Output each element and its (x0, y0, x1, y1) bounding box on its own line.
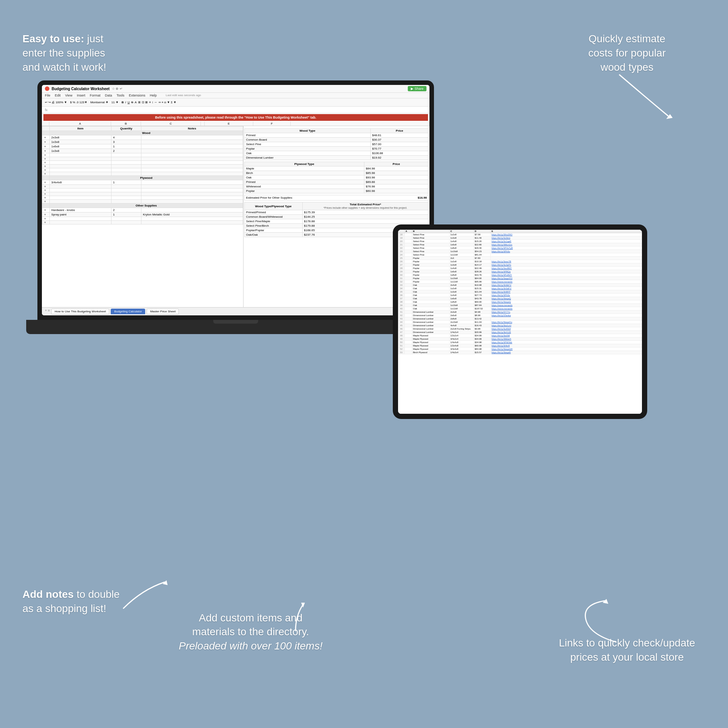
tablet-row: 32 Poplar 1x12x8 $95.99 https://www.mena… (398, 280, 642, 284)
wt-row-5: Oak$106.88 (244, 151, 428, 156)
plywood-row-4: ▼ (42, 192, 243, 196)
wood-row-6: ▼ (42, 157, 243, 161)
tablet-row: 29 Poplar 1x6x8 $28.26 https://bit.ly/3P… (398, 270, 642, 274)
red-banner: Before using this spreadsheet, please re… (43, 114, 428, 121)
tablet-row: 28 Poplar 1x4x8 $22.49 https://bit.ly/3s… (398, 267, 642, 270)
tablet-row: 48 Maple Plywood 1/2x2x4 $34.99 https://… (398, 334, 642, 338)
tablet-row: 43 Dimensional Lumber 2x8x8 $13.42 (398, 317, 642, 321)
col-headers: A B C E F (42, 122, 430, 126)
tablet-row: 27 Poplar 1x3x8 $14.17 https://bit.ly/3o… (398, 263, 642, 267)
plywood-row-5: ▼ (42, 196, 243, 200)
tablet-row: 39 Oak 1x10x8 $87.84 https://www.menards (398, 304, 642, 307)
tablet-row: 23 Select Pine 1x10x8 $54.23 https://bit… (398, 250, 642, 253)
tablet-row: 33 Oak 2x4x8 $10.98 https://bit.ly/3h6kF… (398, 284, 642, 287)
tablet-row: 18 Select Pine 1x2x8 $7.58 https://bit.l… (398, 233, 642, 236)
wood-row-1: ▼ 2x3x8 4 (42, 135, 243, 140)
tablet-row: 22 Select Pine 1x8x8 $29.40 https://bit.… (398, 246, 642, 250)
tablet-row: 31 Poplar 1x10x8 $64.00 https://bit.ly/3… (398, 277, 642, 280)
tablet-row: 45 Dimensional Lumber 4x4x8 $16.43 https… (398, 324, 642, 327)
tablet-row: 42 Dimensional Lumber 2x6x8 $8.98 https:… (398, 314, 642, 317)
other-row-2: ▼ Spray paint 1 Krylon Metallic Gold (42, 213, 243, 217)
tab-master-price-sheet[interactable]: Master Price Sheet (147, 309, 179, 314)
wood-type-table: Wood Type Price Primed$48.61 Common Boar… (244, 128, 429, 160)
tablet-frame: A B C D E 18 Select Pine 1x2x8 $7.58 htt… (393, 225, 647, 419)
arrow-bottom-center (262, 597, 329, 635)
ss-main-content: Item Quantity Notes Wood (42, 126, 430, 307)
wt-row-2: Common Board$30.37 (244, 138, 428, 142)
laptop-screen: Budgeting Calculator Worksheet ☆ ⊕ ↵ ▶ S… (37, 80, 434, 320)
wt-row-4: Poplar$70.77 (244, 147, 428, 151)
wt-row-3: Select Pine$57.00 (244, 142, 428, 147)
tablet-col-headers: A B C D E (398, 230, 642, 233)
other-row-1: ▼ Hardware - knobs 2 (42, 208, 243, 213)
annotation-top-left: Easy to use: just enter the supplies and… (23, 32, 150, 74)
wood-row-2: ▼ 1x3x8 3 (42, 140, 243, 144)
arrow-bottom-left (112, 575, 172, 612)
plywood-row-2: ▼ (42, 185, 243, 188)
tablet-row: 21 Select Pine 1x6x8 $22.80 https://bit.… (398, 243, 642, 246)
arrow-top-right (601, 67, 683, 124)
pt-row-5: Whitewood$76.98 (244, 184, 428, 189)
plywood-row-6: ▼ (42, 200, 243, 203)
tablet-row: 30 Poplar 1x8x8 $33.76 https://bit.ly/3P… (398, 274, 642, 277)
tp-row-3: Select Pine/Maple$178.88 (244, 219, 428, 224)
wood-row-10: ▼ (42, 172, 243, 176)
wood-row-5: ▼ (42, 153, 243, 157)
pt-row-6: Poplar$60.98 (244, 189, 428, 193)
tp-row-2: Common Board/Whitewood$144.25 (244, 215, 428, 219)
pt-row-2: Birch$85.98 (244, 171, 428, 176)
tab-how-to-use[interactable]: How to Use This Budgeting Worksheet (51, 309, 109, 314)
other-row-3: ▼ (42, 217, 243, 221)
tablet-row: 40 Oak 1x12x8 $107.52 https://www.menard… (398, 307, 642, 310)
pt-row-4: Primed$89.88 (244, 180, 428, 184)
wt-row-6: Dimensional Lumber$19.92 (244, 156, 428, 160)
tp-row-1: Primed/Primed$175.39 (244, 210, 428, 215)
tablet-row: 19 Select Pine 1x3x8 $11.40 https://bit.… (398, 236, 642, 240)
other-row-4: ▼ (42, 221, 243, 225)
wood-section-header: Wood (42, 131, 243, 135)
pt-row-3: Oak$93.98 (244, 176, 428, 180)
tab-budgeting-calculator[interactable]: Budgeting Calculator (111, 309, 145, 314)
tablet-row: 47 Dimensional Lumber 1/4x2x4 $20.99 htt… (398, 331, 642, 334)
wood-row-8: ▼ (42, 165, 243, 168)
wood-row-3: ▼ 1x6x8 1 (42, 144, 243, 149)
wood-row-7: ▼ (42, 161, 243, 165)
plywood-section-header: Plywood (42, 176, 243, 180)
tablet-row: 44 Dimensional Lumber 2x10x8 $11.04 http… (398, 321, 642, 324)
tablet-row: 46 Dimensional Lumber 2x2x8 Furring Stri… (398, 327, 642, 331)
wood-row-4: ▼ 1x3x8 2 (42, 149, 243, 153)
tablet-row: 37 Oak 1x6x8 $43.78 https://bit.ly/3teqe… (398, 297, 642, 300)
ss-toolbar: ↩ ↪ 🖨 100% ▼ $ % .0 123▼ Montserrat ▼ 11… (42, 98, 430, 107)
tablet-row: 34 Oak 1x2x8 $15.31 https://bit.ly/3h5dF… (398, 287, 642, 290)
tablet-row: 41 Dimensional Lumber 2x3x8 $4.98 https:… (398, 310, 642, 314)
left-section: Item Quantity Notes Wood (42, 126, 243, 307)
tablet-row: 25 Poplar 2x3 $7.80 (398, 257, 642, 260)
plywood-row-1: ▼ 3/4x4x8 1 (42, 180, 243, 185)
tablet-row: 38 Oak 1x8x8 $60.00 https://bit.ly/3teqe… (398, 300, 642, 304)
tablet-row: 50 Maple Plywood 1/4x4x8 $34.98 https://… (398, 341, 642, 344)
tablet-display: A B C D E 18 Select Pine 1x2x8 $7.58 htt… (398, 230, 642, 414)
other-section-header: Other Supplies (42, 203, 243, 208)
plywood-type-table: Plywood Type Price Maple$84.98 Birch$85.… (244, 162, 429, 193)
tablet-row: 53 Birch Plywood 1/4x2x4 $15.57 https://… (398, 351, 642, 354)
pt-row-1: Maple$84.98 (244, 167, 428, 171)
tablet-spreadsheet: A B C D E 18 Select Pine 1x2x8 $7.58 htt… (398, 230, 642, 414)
laptop: Budgeting Calculator Worksheet ☆ ⊕ ↵ ▶ S… (37, 80, 449, 342)
ss-formula: fx (42, 107, 430, 113)
ss-titlebar: Budgeting Calculator Worksheet ☆ ⊕ ↵ ▶ S… (42, 85, 430, 93)
tablet-rows: 18 Select Pine 1x2x8 $7.58 https://bit.l… (398, 233, 642, 354)
main-table: Item Quantity Notes Wood (42, 126, 243, 225)
ss-tabs: + ≡ How to Use This Budgeting Worksheet … (42, 307, 430, 315)
plywood-row-3: ▼ (42, 188, 243, 192)
tablet-row: 24 Select Pine 1x12x8 $81.04 (398, 253, 642, 257)
spreadsheet-laptop: Budgeting Calculator Worksheet ☆ ⊕ ↵ ▶ S… (42, 85, 430, 315)
tablet-row: 20 Select Pine 1x4x8 $15.20 https://bit.… (398, 240, 642, 243)
laptop-display: Budgeting Calculator Worksheet ☆ ⊕ ↵ ▶ S… (42, 85, 430, 315)
tablet-row: 36 Oak 1x4x8 $27.74 https://bit.ly/3Ph0u (398, 294, 642, 297)
tablet-row: 49 Maple Plywood 3/4x2x4 $34.99 https://… (398, 338, 642, 341)
ss-menu: File Edit View Insert Format Data Tools … (42, 93, 430, 98)
tablet: A B C D E 18 Select Pine 1x2x8 $7.58 htt… (393, 225, 647, 419)
tablet-row: 26 Poplar 1x2x8 $10.18 https://bit.ly/3e… (398, 260, 642, 263)
wood-row-9: ▼ (42, 168, 243, 172)
tablet-row: 51 Maple Plywood 1/2x4x8 $60.98 https://… (398, 344, 642, 347)
